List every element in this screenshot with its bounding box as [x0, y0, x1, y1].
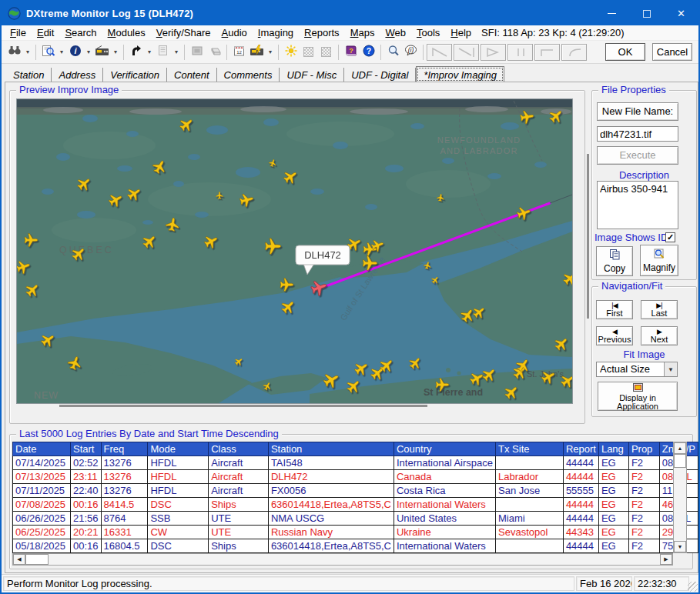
cell-class[interactable]: Ships	[209, 539, 269, 553]
pointer-dropdown[interactable]: ▾	[145, 43, 154, 62]
display-in-application-button[interactable]: Display in Application	[598, 382, 678, 411]
info-balloon-button[interactable]: (i)	[402, 43, 420, 62]
cell-station[interactable]: 636014418,Ertea,A8TS5,C	[268, 539, 394, 553]
cell-prop[interactable]: F2	[628, 526, 659, 539]
cell-class[interactable]: Aircraft	[209, 484, 269, 498]
cell-start[interactable]: 22:40	[70, 484, 101, 498]
cell-prop[interactable]: F2	[628, 456, 659, 470]
cell-date[interactable]: 07/13/2025	[13, 470, 71, 484]
sun-button[interactable]	[282, 43, 300, 62]
table-row[interactable]: 07/11/202522:4013276HFDLAircraftFX0056Co…	[13, 484, 698, 498]
cell-report[interactable]: 44444	[563, 470, 598, 484]
cell-class[interactable]: UTE	[209, 512, 269, 526]
scroll-left-icon[interactable]: ◀	[13, 554, 25, 565]
menu-reports[interactable]: Reports	[299, 25, 345, 40]
menu-modules[interactable]: Modules	[102, 25, 151, 40]
tab-content[interactable]: Content	[167, 68, 217, 82]
tab-address[interactable]: Address	[52, 68, 103, 82]
cell-lang[interactable]: EG	[598, 512, 628, 526]
cell-freq[interactable]: 16804.5	[101, 539, 148, 553]
cell-date[interactable]: 05/18/2025	[13, 539, 71, 553]
previous-record-button[interactable]: ◀ Previous	[596, 326, 633, 345]
cell-report[interactable]: 44444	[563, 539, 598, 553]
cell-prop[interactable]: F2	[628, 539, 659, 553]
cell-station[interactable]: DLH472	[268, 470, 394, 484]
cell-lang[interactable]: EG	[598, 470, 628, 484]
minimize-button[interactable]	[594, 2, 629, 25]
ok-button[interactable]: OK	[605, 43, 645, 61]
cell-start[interactable]: 21:56	[70, 512, 101, 526]
cell-mode[interactable]: CW	[148, 526, 209, 539]
cell-mode[interactable]: HFDL	[148, 484, 209, 498]
tab-verification[interactable]: Verification	[103, 68, 167, 82]
cell-country[interactable]: Ukraine	[394, 526, 495, 539]
cell-start[interactable]: 20:21	[70, 526, 101, 539]
cell-start[interactable]: 00:16	[70, 498, 101, 512]
menu-verify-share[interactable]: Verify/Share	[151, 25, 216, 40]
cell-date[interactable]: 06/26/2025	[13, 512, 71, 526]
cell-freq[interactable]: 13276	[101, 456, 148, 470]
radio-schedule-dropdown[interactable]: ▾	[266, 43, 275, 62]
fit-image-select[interactable]: Actual Size ▼	[596, 362, 678, 377]
close-button[interactable]: ✕	[664, 2, 698, 25]
tab-udf-misc[interactable]: UDF - Misc	[280, 68, 344, 82]
tab-comments[interactable]: Comments	[217, 68, 280, 82]
description-field[interactable]: Airbus 350-941	[597, 181, 678, 229]
cell-report[interactable]: 55555	[563, 484, 598, 498]
cell-date[interactable]: 07/14/2025	[13, 456, 71, 470]
notebook-dropdown[interactable]: ▾	[172, 43, 181, 62]
next-record-button[interactable]: ▶ Next	[641, 326, 678, 345]
resize-grip[interactable]	[688, 582, 698, 592]
calendar-button[interactable]: 12	[230, 43, 248, 62]
menu-edit[interactable]: Edit	[32, 25, 59, 40]
scroll-right-icon[interactable]: ▶	[660, 554, 672, 565]
cell-station[interactable]: NMA USCG	[268, 512, 394, 526]
cell-tx-site[interactable]: San Jose	[496, 484, 564, 498]
cell-class[interactable]: UTE	[209, 526, 269, 539]
cell-prop[interactable]: F2	[628, 470, 659, 484]
cell-tx-site[interactable]: Sevastopol	[496, 526, 564, 539]
cell-country[interactable]: Canada	[394, 470, 495, 484]
cell-start[interactable]: 23:11	[70, 470, 101, 484]
menu-tools[interactable]: Tools	[411, 25, 445, 40]
table-row[interactable]: 07/14/202502:5213276HFDLAircraftTAI548In…	[13, 456, 698, 470]
cell-station[interactable]: FX0056	[268, 484, 394, 498]
help-circle-button[interactable]: ?	[360, 43, 377, 62]
find-dropdown[interactable]: ▾	[23, 43, 32, 62]
cell-mode[interactable]: DSC	[148, 539, 209, 553]
menu-audio[interactable]: Audio	[216, 25, 253, 40]
preview-horizontal-scrollbar[interactable]	[59, 405, 427, 407]
cell-report[interactable]: 44444	[563, 456, 598, 470]
help-book-button[interactable]: ?	[342, 43, 360, 62]
first-record-button[interactable]: |◀ First	[596, 300, 633, 319]
table-row[interactable]: 06/25/202520:2116331CWUTERussian NavyUkr…	[13, 526, 698, 539]
radio-dropdown[interactable]: ▾	[111, 43, 120, 62]
image-shows-id-checkbox[interactable]: ✓	[665, 232, 675, 242]
cell-station[interactable]: 636014418,Ertea,A8TS5,C	[268, 498, 394, 512]
menu-search[interactable]: Search	[59, 25, 102, 40]
copy-button[interactable]: Copy	[596, 246, 633, 276]
vertical-scroll-thumb[interactable]	[674, 454, 686, 468]
info-dropdown[interactable]: ▾	[84, 43, 93, 62]
search-log-button[interactable]	[39, 43, 57, 62]
cell-lang[interactable]: EG	[598, 498, 628, 512]
pointer-button[interactable]	[127, 43, 145, 62]
cell-tx-site[interactable]: Labrador	[496, 470, 564, 484]
tab-udf-digital[interactable]: UDF - Digital	[344, 68, 416, 82]
radio-button[interactable]	[93, 43, 111, 62]
cell-freq[interactable]: 13276	[101, 470, 148, 484]
cell-report[interactable]: 44343	[563, 526, 598, 539]
cell-mode[interactable]: HFDL	[148, 456, 209, 470]
zoom-button[interactable]	[384, 43, 402, 62]
table-row[interactable]: 05/18/202500:1616804.5DSCShips636014418,…	[13, 539, 698, 553]
tab-improv-imaging[interactable]: *Improv Imaging	[416, 66, 504, 82]
menu-help[interactable]: Help	[445, 25, 477, 40]
chevron-down-icon[interactable]: ▼	[664, 362, 677, 376]
cell-country[interactable]: Costa Rica	[394, 484, 495, 498]
cell-tx-site[interactable]	[496, 498, 564, 512]
table-vertical-scrollbar[interactable]: ▲ ▼	[673, 442, 687, 553]
cell-tx-site[interactable]: Miami	[496, 512, 564, 526]
cell-class[interactable]: Ships	[209, 498, 269, 512]
magnify-button[interactable]: Magnify	[640, 245, 678, 276]
menu-maps[interactable]: Maps	[345, 25, 380, 40]
